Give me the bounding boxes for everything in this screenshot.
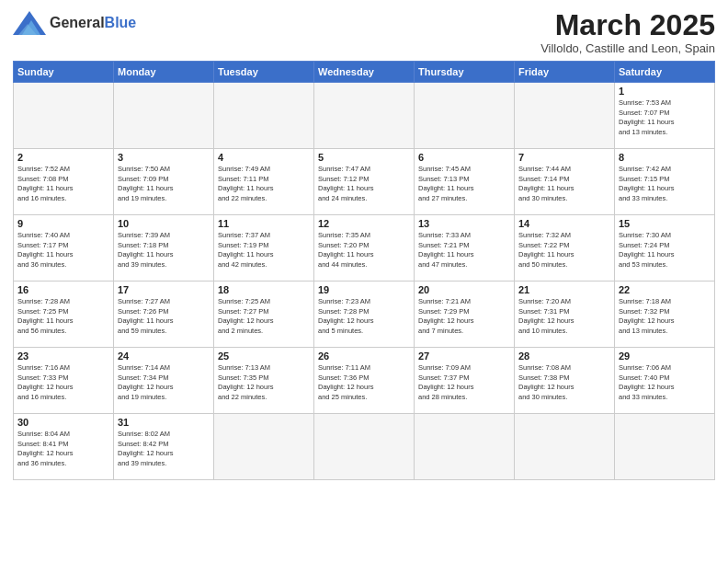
day-info: Sunrise: 7:20 AM Sunset: 7:31 PM Dayligh… [518, 297, 610, 336]
day-info: Sunrise: 7:50 AM Sunset: 7:09 PM Dayligh… [118, 165, 210, 203]
day-info: Sunrise: 7:18 AM Sunset: 7:32 PM Dayligh… [619, 297, 711, 336]
calendar-day-cell: 30Sunrise: 8:04 AM Sunset: 8:41 PM Dayli… [14, 414, 114, 480]
calendar-day-cell [515, 83, 615, 149]
calendar-day-cell: 13Sunrise: 7:33 AM Sunset: 7:21 PM Dayli… [415, 215, 515, 282]
calendar-day-cell: 28Sunrise: 7:08 AM Sunset: 7:38 PM Dayli… [515, 348, 615, 414]
day-number: 19 [318, 284, 410, 295]
calendar-day-cell: 10Sunrise: 7:39 AM Sunset: 7:18 PM Dayli… [114, 215, 214, 282]
day-info: Sunrise: 7:44 AM Sunset: 7:14 PM Dayligh… [518, 165, 610, 203]
day-number: 18 [218, 284, 310, 295]
day-info: Sunrise: 7:16 AM Sunset: 7:33 PM Dayligh… [17, 363, 109, 402]
day-number: 3 [118, 152, 210, 163]
day-number: 25 [218, 350, 310, 362]
calendar-day-cell: 3Sunrise: 7:50 AM Sunset: 7:09 PM Daylig… [114, 149, 214, 215]
col-wednesday: Wednesday [314, 62, 415, 83]
day-number: 15 [619, 218, 711, 229]
calendar-day-cell: 23Sunrise: 7:16 AM Sunset: 7:33 PM Dayli… [14, 348, 114, 414]
day-info: Sunrise: 8:02 AM Sunset: 8:42 PM Dayligh… [118, 430, 210, 468]
day-info: Sunrise: 7:49 AM Sunset: 7:11 PM Dayligh… [218, 165, 310, 203]
day-number: 7 [518, 152, 610, 163]
calendar-day-cell: 16Sunrise: 7:28 AM Sunset: 7:25 PM Dayli… [14, 282, 114, 348]
calendar-day-cell [314, 83, 415, 149]
calendar-day-cell: 24Sunrise: 7:14 AM Sunset: 7:34 PM Dayli… [114, 348, 214, 414]
calendar-day-cell [14, 83, 114, 149]
calendar-day-cell: 2Sunrise: 7:52 AM Sunset: 7:08 PM Daylig… [14, 149, 114, 215]
logo-text: GeneralBlue [50, 15, 136, 31]
calendar-header-row: Sunday Monday Tuesday Wednesday Thursday… [14, 62, 715, 83]
day-number: 4 [218, 152, 310, 163]
calendar-day-cell: 27Sunrise: 7:09 AM Sunset: 7:37 PM Dayli… [415, 348, 515, 414]
calendar-day-cell [214, 83, 314, 149]
calendar-day-cell: 5Sunrise: 7:47 AM Sunset: 7:12 PM Daylig… [314, 149, 415, 215]
day-info: Sunrise: 7:40 AM Sunset: 7:17 PM Dayligh… [17, 231, 109, 270]
day-number: 8 [619, 152, 711, 163]
day-number: 17 [118, 284, 210, 295]
logo: GeneralBlue [13, 9, 136, 37]
day-number: 26 [318, 350, 410, 362]
day-number: 5 [318, 152, 410, 163]
calendar-day-cell: 20Sunrise: 7:21 AM Sunset: 7:29 PM Dayli… [415, 282, 515, 348]
day-number: 29 [619, 350, 711, 362]
col-monday: Monday [114, 62, 214, 83]
day-number: 6 [418, 152, 510, 163]
day-number: 28 [518, 350, 610, 362]
col-tuesday: Tuesday [214, 62, 314, 83]
day-info: Sunrise: 7:23 AM Sunset: 7:28 PM Dayligh… [318, 297, 410, 336]
col-saturday: Saturday [615, 62, 715, 83]
calendar-day-cell: 21Sunrise: 7:20 AM Sunset: 7:31 PM Dayli… [515, 282, 615, 348]
calendar-day-cell [415, 414, 515, 480]
day-number: 23 [17, 350, 109, 362]
logo-general: General [50, 15, 105, 30]
calendar-week-row: 2Sunrise: 7:52 AM Sunset: 7:08 PM Daylig… [14, 149, 715, 215]
day-number: 13 [418, 218, 510, 229]
day-info: Sunrise: 7:11 AM Sunset: 7:36 PM Dayligh… [318, 363, 410, 402]
day-info: Sunrise: 7:13 AM Sunset: 7:35 PM Dayligh… [218, 363, 310, 402]
day-number: 16 [17, 284, 109, 295]
day-number: 20 [418, 284, 510, 295]
day-info: Sunrise: 8:04 AM Sunset: 8:41 PM Dayligh… [17, 430, 109, 468]
calendar-day-cell: 22Sunrise: 7:18 AM Sunset: 7:32 PM Dayli… [615, 282, 715, 348]
calendar-week-row: 23Sunrise: 7:16 AM Sunset: 7:33 PM Dayli… [14, 348, 715, 414]
day-number: 22 [619, 284, 711, 295]
day-number: 10 [118, 218, 210, 229]
calendar-day-cell: 9Sunrise: 7:40 AM Sunset: 7:17 PM Daylig… [14, 215, 114, 282]
calendar-day-cell: 1Sunrise: 7:53 AM Sunset: 7:07 PM Daylig… [615, 83, 715, 149]
calendar-day-cell: 15Sunrise: 7:30 AM Sunset: 7:24 PM Dayli… [615, 215, 715, 282]
day-number: 21 [518, 284, 610, 295]
day-info: Sunrise: 7:35 AM Sunset: 7:20 PM Dayligh… [318, 231, 410, 270]
col-thursday: Thursday [415, 62, 515, 83]
calendar-day-cell: 29Sunrise: 7:06 AM Sunset: 7:40 PM Dayli… [615, 348, 715, 414]
calendar-day-cell [114, 83, 214, 149]
calendar-day-cell: 17Sunrise: 7:27 AM Sunset: 7:26 PM Dayli… [114, 282, 214, 348]
day-info: Sunrise: 7:32 AM Sunset: 7:22 PM Dayligh… [518, 231, 610, 270]
calendar-day-cell: 19Sunrise: 7:23 AM Sunset: 7:28 PM Dayli… [314, 282, 415, 348]
calendar-week-row: 1Sunrise: 7:53 AM Sunset: 7:07 PM Daylig… [14, 83, 715, 149]
day-info: Sunrise: 7:33 AM Sunset: 7:21 PM Dayligh… [418, 231, 510, 270]
calendar-day-cell: 4Sunrise: 7:49 AM Sunset: 7:11 PM Daylig… [214, 149, 314, 215]
calendar-day-cell: 25Sunrise: 7:13 AM Sunset: 7:35 PM Dayli… [214, 348, 314, 414]
calendar-day-cell: 7Sunrise: 7:44 AM Sunset: 7:14 PM Daylig… [515, 149, 615, 215]
day-number: 14 [518, 218, 610, 229]
header: GeneralBlue March 2025 Villoldo, Castill… [13, 9, 715, 55]
col-friday: Friday [515, 62, 615, 83]
calendar-table: Sunday Monday Tuesday Wednesday Thursday… [13, 61, 715, 480]
page: GeneralBlue March 2025 Villoldo, Castill… [0, 0, 728, 563]
location-subtitle: Villoldo, Castille and Leon, Spain [540, 41, 715, 55]
day-info: Sunrise: 7:06 AM Sunset: 7:40 PM Dayligh… [619, 363, 711, 402]
day-info: Sunrise: 7:37 AM Sunset: 7:19 PM Dayligh… [218, 231, 310, 270]
day-number: 9 [17, 218, 109, 229]
day-info: Sunrise: 7:14 AM Sunset: 7:34 PM Dayligh… [118, 363, 210, 402]
day-info: Sunrise: 7:21 AM Sunset: 7:29 PM Dayligh… [418, 297, 510, 336]
calendar-day-cell: 6Sunrise: 7:45 AM Sunset: 7:13 PM Daylig… [415, 149, 515, 215]
day-info: Sunrise: 7:25 AM Sunset: 7:27 PM Dayligh… [218, 297, 310, 336]
col-sunday: Sunday [14, 62, 114, 83]
day-info: Sunrise: 7:53 AM Sunset: 7:07 PM Dayligh… [619, 98, 711, 137]
calendar-day-cell [515, 414, 615, 480]
day-info: Sunrise: 7:45 AM Sunset: 7:13 PM Dayligh… [418, 165, 510, 203]
day-number: 27 [418, 350, 510, 362]
calendar-week-row: 9Sunrise: 7:40 AM Sunset: 7:17 PM Daylig… [14, 215, 715, 282]
calendar-day-cell [415, 83, 515, 149]
title-block: March 2025 Villoldo, Castille and Leon, … [540, 9, 715, 55]
calendar-day-cell: 12Sunrise: 7:35 AM Sunset: 7:20 PM Dayli… [314, 215, 415, 282]
day-number: 2 [17, 152, 109, 163]
